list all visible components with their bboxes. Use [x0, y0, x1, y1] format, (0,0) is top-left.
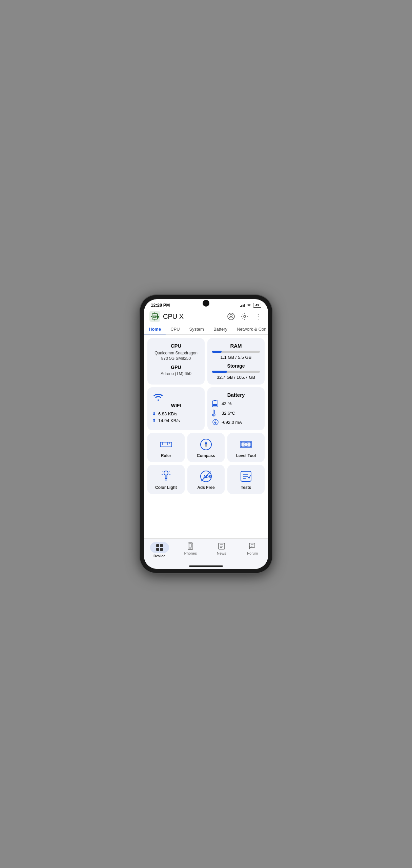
phones-icon	[186, 542, 194, 550]
ads-free-label: Ads Free	[197, 485, 214, 490]
tests-icon	[240, 470, 252, 482]
battery-percent-icon	[212, 400, 219, 407]
gpu-card-title: GPU	[152, 365, 200, 370]
tab-network[interactable]: Network & Con	[232, 324, 268, 334]
phone-frame: 12:28 PM 4	[140, 295, 272, 573]
battery-card-title: Battery	[212, 392, 260, 398]
nav-device[interactable]: Device	[144, 541, 175, 559]
ram-card: RAM 1.1 GB / 5.5 GB Storage 32.7 GB / 10…	[207, 338, 265, 385]
level-label: Level Tool	[236, 453, 256, 458]
storage-card-title: Storage	[212, 363, 260, 369]
upload-icon: ⬆	[152, 418, 156, 423]
ads-free-icon: ADS	[200, 470, 212, 482]
level-tool-button[interactable]: Level Tool	[227, 433, 265, 462]
tab-cpu[interactable]: CPU	[166, 324, 184, 334]
nav-news[interactable]: News	[206, 541, 237, 559]
settings-button[interactable]	[240, 312, 249, 321]
news-icon	[218, 542, 226, 550]
wifi-download: 6.83 KB/s	[158, 411, 177, 416]
download-icon: ⬇	[152, 411, 156, 416]
compass-label: Compass	[197, 453, 215, 458]
svg-rect-41	[156, 544, 159, 547]
svg-point-10	[244, 315, 246, 317]
wifi-status-icon	[246, 303, 252, 307]
bottom-nav: Device Phones News	[144, 538, 268, 564]
header-icons: ⋮	[227, 312, 263, 321]
storage-progress-fill	[212, 371, 227, 373]
tab-home[interactable]: Home	[144, 324, 166, 334]
svg-rect-16	[160, 442, 172, 447]
profile-button[interactable]	[227, 312, 235, 321]
svg-rect-52	[249, 543, 255, 547]
svg-point-15	[213, 419, 218, 425]
device-icon	[156, 543, 164, 552]
ram-progress-bar	[212, 351, 260, 353]
nav-forum-label: Forum	[247, 551, 258, 555]
battery-temp-row: 32.6°C	[212, 409, 260, 417]
ruler-icon	[160, 438, 172, 451]
svg-rect-28	[165, 480, 167, 480]
wifi-card-icon	[152, 392, 200, 401]
wifi-label: WIFI	[152, 403, 200, 408]
battery-current: -692.0 mA	[222, 420, 242, 425]
svg-rect-47	[189, 544, 192, 547]
content-area: CPU Qualcomm Snapdragon 870 5G SM8250 GP…	[144, 335, 268, 538]
phone-screen: 12:28 PM 4	[144, 299, 268, 569]
app-title: CPU X	[163, 313, 227, 321]
ram-card-title: RAM	[212, 343, 260, 349]
status-icons: 43	[240, 303, 261, 308]
tab-battery[interactable]: Battery	[209, 324, 232, 334]
camera-notch-area	[203, 300, 209, 307]
nav-forum[interactable]: Forum	[237, 541, 268, 559]
tests-button[interactable]: Tests	[227, 465, 265, 494]
app-logo: CPU	[149, 311, 160, 322]
level-icon	[240, 438, 252, 451]
battery-card: Battery 43 %	[207, 387, 265, 430]
cpu-card-title: CPU	[152, 343, 200, 349]
more-button[interactable]: ⋮	[254, 312, 263, 321]
cpu-card: CPU Qualcomm Snapdragon 870 5G SM8250 GP…	[147, 338, 205, 385]
nav-phones[interactable]: Phones	[175, 541, 206, 559]
color-light-button[interactable]: Color Light	[147, 465, 185, 494]
svg-line-31	[163, 471, 163, 472]
battery-temp: 32.6°C	[222, 411, 235, 416]
svg-rect-13	[213, 404, 217, 406]
wifi-upload: 14.94 KB/s	[158, 418, 180, 423]
svg-text:CPU: CPU	[153, 315, 159, 318]
compass-button[interactable]: Compass	[187, 433, 225, 462]
ads-free-button[interactable]: ADS Ads Free	[187, 465, 225, 494]
wifi-upload-row: ⬆ 14.94 KB/s	[152, 418, 200, 423]
nav-news-label: News	[217, 551, 226, 555]
wifi-card: WIFI ⬇ 6.83 KB/s ⬆ 14.94 KB/s	[147, 387, 205, 430]
compass-icon	[200, 438, 212, 451]
gpu-name: Adreno (TM) 650	[152, 371, 200, 377]
svg-rect-12	[214, 400, 216, 401]
svg-line-30	[169, 471, 169, 472]
battery-percent: 43 %	[222, 401, 232, 406]
camera-notch	[203, 300, 209, 307]
storage-progress-bar	[212, 371, 260, 373]
storage-value: 32.7 GB / 105.7 GB	[212, 375, 260, 380]
svg-rect-44	[160, 548, 163, 551]
wifi-download-row: ⬇ 6.83 KB/s	[152, 411, 200, 416]
temperature-icon	[212, 409, 219, 417]
svg-point-14	[213, 414, 214, 416]
app-header: CPU CPU X	[144, 309, 268, 324]
wifi-battery-row: WIFI ⬇ 6.83 KB/s ⬆ 14.94 KB/s Battery	[147, 387, 265, 430]
ram-progress-fill	[212, 351, 222, 353]
nav-device-label: Device	[153, 554, 165, 558]
nav-tabs: Home CPU System Battery Network & Con	[144, 324, 268, 335]
nav-phones-label: Phones	[184, 551, 197, 555]
tools-row-1: Ruler Compass	[147, 433, 265, 462]
cpu-name: Qualcomm Snapdragon 870 5G SM8250	[152, 351, 200, 361]
home-indicator	[189, 565, 223, 567]
tab-system[interactable]: System	[185, 324, 209, 334]
ruler-button[interactable]: Ruler	[147, 433, 185, 462]
ruler-label: Ruler	[161, 453, 171, 458]
cpu-ram-row: CPU Qualcomm Snapdragon 870 5G SM8250 GP…	[147, 338, 265, 385]
forum-icon	[248, 542, 256, 550]
svg-rect-27	[165, 478, 167, 479]
svg-marker-23	[205, 444, 207, 449]
svg-rect-42	[160, 544, 163, 547]
status-bar: 12:28 PM 4	[144, 299, 268, 309]
